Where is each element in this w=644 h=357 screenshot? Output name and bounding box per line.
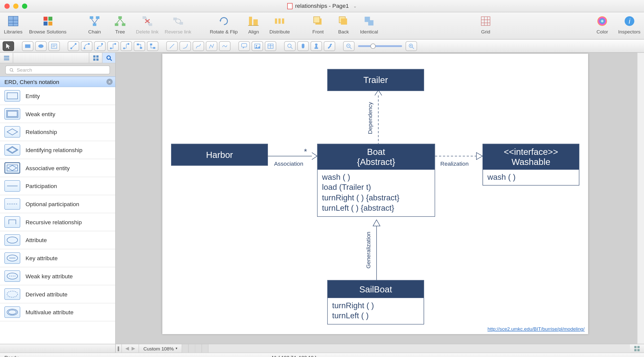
shape-item-weak-entity[interactable]: Weak entity <box>0 105 115 123</box>
chain-button[interactable]: Chain <box>85 14 104 34</box>
shape-item-participation[interactable]: Participation <box>0 177 115 195</box>
shape-item-derived-attribute[interactable]: Derived attribute <box>0 285 115 303</box>
view-mode-buttons[interactable] <box>182 344 209 352</box>
uml-realization-arrow[interactable] <box>435 153 482 161</box>
shapes-search-input[interactable]: Search <box>5 66 110 74</box>
category-close-icon[interactable]: × <box>106 79 112 85</box>
arc-tool[interactable] <box>179 41 191 51</box>
hand-tool[interactable] <box>297 41 309 51</box>
rectangle-tool[interactable] <box>22 41 33 51</box>
shape-category-header[interactable]: ERD, Chen's notation × <box>0 76 115 87</box>
source-url-link[interactable]: http://sce2.umkc.edu/BIT/burrise/pl/mode… <box>488 326 585 331</box>
uml-class-trailer[interactable]: Trailer <box>327 69 424 91</box>
next-page-button[interactable]: ▶ <box>132 345 135 351</box>
shape-item-recursive-relationship[interactable]: Recursive relationship <box>0 213 115 231</box>
status-mouse-coords: M: [ 192.74, 102.10 ] <box>272 354 316 357</box>
panel-search-button[interactable] <box>102 53 115 63</box>
rotate-flip-button[interactable]: Rotate & Flip <box>210 14 238 34</box>
pointer-tool[interactable] <box>3 41 14 51</box>
zoom-level-dropdown[interactable]: Custom 108%▾ <box>139 344 182 352</box>
titlebar: relationships - Page1 ⌄ <box>0 0 644 12</box>
panel-collapse-button[interactable]: ‖ <box>116 344 122 352</box>
uml-class-harbor[interactable]: Harbor <box>171 144 268 166</box>
panel-grid-view-button[interactable] <box>89 53 102 63</box>
delete-link-button[interactable]: Delete link <box>136 14 158 34</box>
svg-rect-86 <box>96 58 98 61</box>
shape-item-attribute[interactable]: Attribute <box>0 231 115 249</box>
shape-item-weak-key-attribute[interactable]: Weak key attribute <box>0 267 115 285</box>
line-tool[interactable] <box>166 41 178 51</box>
horizontal-scrollbar[interactable] <box>209 344 630 352</box>
svg-rect-69 <box>314 47 318 49</box>
svg-rect-13 <box>122 23 125 26</box>
color-button[interactable]: Color <box>593 14 612 34</box>
inspectors-button[interactable]: i Inspectors <box>618 14 640 34</box>
connector-arc-tool[interactable] <box>81 41 92 51</box>
uml-association-arrow[interactable] <box>268 153 317 161</box>
zoom-slider[interactable] <box>358 45 402 47</box>
ellipse-tool[interactable] <box>35 41 47 51</box>
svg-rect-85 <box>93 58 95 61</box>
connector-bezier-tool[interactable] <box>94 41 105 51</box>
title-dropdown-icon[interactable]: ⌄ <box>353 4 357 8</box>
canvas-viewport[interactable]: Trailer Harbor Boat {Abstract} wash ( ) <box>116 53 637 344</box>
panel-options-button[interactable] <box>0 53 13 63</box>
stamp-tool[interactable] <box>311 41 322 51</box>
tree-button[interactable]: Tree <box>110 14 130 34</box>
shape-item-associative-entity[interactable]: Associative entity <box>0 159 115 177</box>
uml-generalization-arrow[interactable] <box>373 220 380 282</box>
uml-interface-washable[interactable]: <<interface>> Washable wash ( ) <box>482 144 579 186</box>
libraries-button[interactable]: Libraries <box>4 14 23 34</box>
grid-button[interactable]: Grid <box>476 14 495 34</box>
svg-rect-56 <box>137 43 139 45</box>
distribute-button[interactable]: Distribute <box>269 14 290 34</box>
prev-page-button[interactable]: ◀ <box>125 345 129 351</box>
freehand-tool[interactable] <box>219 41 230 51</box>
connector-link2-tool[interactable] <box>147 41 158 51</box>
svg-point-48 <box>84 47 85 49</box>
svg-rect-30 <box>341 18 347 24</box>
svg-marker-20 <box>219 20 221 22</box>
identical-button[interactable]: Identical <box>359 14 379 34</box>
uml-class-boat[interactable]: Boat {Abstract} wash ( ) load (Trailer t… <box>317 144 435 217</box>
zoom-in-button[interactable] <box>406 41 417 51</box>
shape-item-relationship[interactable]: Relationship <box>0 123 115 141</box>
svg-point-52 <box>110 47 112 49</box>
svg-line-68 <box>291 47 293 49</box>
shape-item-identifying-relationship[interactable]: Identifying relationship <box>0 141 115 159</box>
eyedropper-tool[interactable] <box>324 41 335 51</box>
svg-rect-14 <box>142 16 146 19</box>
front-button[interactable]: Front <box>308 14 328 34</box>
svg-rect-81 <box>4 57 9 58</box>
vertical-scrollbar[interactable] <box>637 53 644 344</box>
connector-link1-tool[interactable] <box>134 41 145 51</box>
connector-round-tool[interactable] <box>120 41 132 51</box>
diagram-canvas[interactable]: Trailer Harbor Boat {Abstract} wash ( ) <box>162 54 588 334</box>
connector-direct-tool[interactable] <box>68 41 79 51</box>
shape-item-multivalue-attribute[interactable]: Multivalue attribute <box>0 303 115 322</box>
align-button[interactable]: Align <box>244 14 263 34</box>
zoom-out-button[interactable] <box>343 41 354 51</box>
connector-smart-tool[interactable] <box>107 41 119 51</box>
svg-rect-12 <box>115 23 118 26</box>
table-tool[interactable] <box>265 41 276 51</box>
spline-tool[interactable] <box>193 41 204 51</box>
text-tool[interactable] <box>48 41 60 51</box>
back-button[interactable]: Back <box>334 14 353 34</box>
shape-item-optional-participation[interactable]: Optional participation <box>0 195 115 213</box>
zoom-tool[interactable] <box>284 41 296 51</box>
uml-class-sailboat[interactable]: SailBoat turnRight ( ) turnLeft ( ) <box>327 280 424 324</box>
shape-item-entity[interactable]: Entity <box>0 87 115 105</box>
callout-tool[interactable] <box>238 41 250 51</box>
page-add-button[interactable] <box>630 345 644 351</box>
svg-rect-28 <box>314 17 320 23</box>
browse-solutions-button[interactable]: Browse Solutions <box>29 14 66 34</box>
svg-line-88 <box>110 59 111 60</box>
reverse-link-button[interactable]: Reverse link <box>165 14 191 34</box>
svg-point-50 <box>97 47 99 49</box>
image-tool[interactable] <box>252 41 263 51</box>
shape-item-key-attribute[interactable]: Key attribute <box>0 249 115 267</box>
uml-dependency-arrow[interactable] <box>375 90 382 145</box>
shape-list: Entity Weak entity Relationship Identify… <box>0 87 115 344</box>
poly-tool[interactable] <box>206 41 217 51</box>
